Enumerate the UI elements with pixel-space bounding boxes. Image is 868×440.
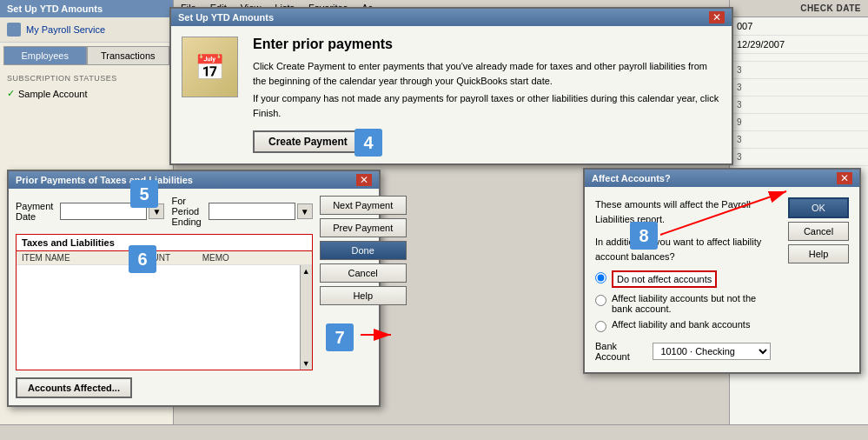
row-6: 3 xyxy=(730,97,868,114)
step-7-badge: 7 xyxy=(326,323,354,351)
option-affect-liability-label: Affect liability accounts but not the ba… xyxy=(612,293,771,314)
step-8-badge: 8 xyxy=(630,222,658,250)
affect-ok-button[interactable]: OK xyxy=(788,197,849,218)
bank-row: Bank Account 10100 · Checking xyxy=(595,341,771,362)
ytd-title-bar: Set Up YTD Amounts ✕ xyxy=(171,9,732,26)
affect-content: These amounts will affect the Payroll Li… xyxy=(585,187,859,372)
ytd-title: Set Up YTD Amounts xyxy=(178,12,274,23)
sidebar-service[interactable]: My Payroll Service xyxy=(0,17,173,43)
row-9: 3 xyxy=(730,149,868,166)
taxes-body-area: ▲ ▼ xyxy=(17,265,312,370)
affect-close-button[interactable]: ✕ xyxy=(837,172,852,184)
taxes-section: Taxes and Liabilities ITEM NAME AMOUNT M… xyxy=(16,234,313,370)
step-5-badge: 5 xyxy=(130,180,158,208)
period-ending-input[interactable] xyxy=(209,203,295,220)
radio-affect-liability[interactable] xyxy=(595,295,606,306)
prior-date-row: Payment Date ▼ For Period Ending ▼ xyxy=(16,196,313,227)
col-item-name: ITEM NAME xyxy=(22,253,133,263)
prior-title-bar: Prior Payments of Taxes and Liabilities … xyxy=(9,171,379,189)
step-6-badge: 6 xyxy=(129,245,156,273)
prior-close-button[interactable]: ✕ xyxy=(356,174,372,186)
radio-affect-bank[interactable] xyxy=(595,321,606,332)
affect-title: Affect Accounts? xyxy=(592,173,671,183)
row-4: 3 xyxy=(730,62,868,79)
affect-dialog-buttons: OK Cancel Help xyxy=(788,197,849,263)
tab-employees[interactable]: Employees xyxy=(3,46,87,65)
taxes-col-headers: ITEM NAME AMOUNT MEMO xyxy=(17,251,312,265)
check-date-row: 007 xyxy=(730,17,868,36)
for-period-label: For Period Ending xyxy=(171,196,201,227)
affect-options: Do not affect accounts Affect liability … xyxy=(595,270,771,332)
cancel-button[interactable]: Cancel xyxy=(320,263,407,283)
tab-transactions[interactable]: Transactions xyxy=(87,46,170,65)
option-do-not-affect: Do not affect accounts xyxy=(595,270,771,288)
option-affect-liability: Affect liability accounts but not the ba… xyxy=(595,293,771,314)
sidebar-tabs: Employees Transactions xyxy=(3,46,169,65)
radio-do-not-affect[interactable] xyxy=(595,272,606,283)
check-date-number: 007 xyxy=(737,21,752,31)
row-3 xyxy=(730,54,868,62)
prior-content: Payment Date ▼ For Period Ending ▼ Taxes… xyxy=(9,189,379,405)
affect-dialog: Affect Accounts? ✕ These amounts will af… xyxy=(583,168,861,374)
affect-help-button[interactable]: Help xyxy=(788,244,849,263)
option-affect-bank: Affect liability and bank accounts xyxy=(595,319,771,332)
taxes-header: Taxes and Liabilities xyxy=(17,235,312,251)
affect-cancel-button[interactable]: Cancel xyxy=(788,222,849,241)
scroll-up-arrow[interactable]: ▲ xyxy=(302,267,310,276)
scroll-down-arrow[interactable]: ▼ xyxy=(302,359,310,368)
sidebar-account-item: ✓ Sample Account xyxy=(0,84,173,103)
ytd-text-area: Enter prior payments Click Create Paymen… xyxy=(253,37,721,153)
affect-text1: These amounts will affect the Payroll Li… xyxy=(595,197,771,226)
status-bar xyxy=(0,424,868,440)
sidebar-section-title: SUBSCRIPTION STATUSES xyxy=(0,69,173,84)
done-button[interactable]: Done xyxy=(320,241,407,260)
ytd-paragraph2: If your company has not made any payment… xyxy=(253,91,721,120)
create-payment-button[interactable]: Create Payment xyxy=(253,130,363,153)
check-date-value-row: 12/29/2007 xyxy=(730,36,868,54)
option-affect-bank-label: Affect liability and bank accounts xyxy=(612,319,750,330)
taxes-body xyxy=(17,265,300,370)
service-icon xyxy=(7,23,21,37)
bank-account-label: Bank Account xyxy=(595,341,647,362)
col-memo: MEMO xyxy=(202,253,307,263)
accounts-affected-button[interactable]: Accounts Affected... xyxy=(16,377,132,398)
bank-account-select[interactable]: 10100 · Checking xyxy=(653,343,771,360)
ytd-icon-area: 📅 xyxy=(182,37,242,153)
option-do-not-affect-label: Do not affect accounts xyxy=(612,270,717,288)
check-date-header: CHECK DATE xyxy=(730,0,868,17)
calendar-icon: 📅 xyxy=(182,37,238,97)
ytd-close-button[interactable]: ✕ xyxy=(709,11,725,23)
taxes-scrollbar[interactable]: ▲ ▼ xyxy=(300,265,312,370)
row-5: 3 xyxy=(730,79,868,97)
check-icon: ✓ xyxy=(7,88,15,99)
ytd-dialog: Set Up YTD Amounts ✕ 📅 Enter prior payme… xyxy=(169,7,733,165)
period-ending-calendar-btn[interactable]: ▼ xyxy=(297,203,313,219)
step-4-badge: 4 xyxy=(354,129,382,157)
ytd-paragraph1: Click Create Payment to enter payments t… xyxy=(253,59,721,88)
affect-title-bar: Affect Accounts? ✕ xyxy=(585,170,859,187)
row-7: 9 xyxy=(730,114,868,131)
sidebar-service-label: My Payroll Service xyxy=(26,24,105,35)
ytd-heading: Enter prior payments xyxy=(253,37,721,52)
sidebar-account-label: Sample Account xyxy=(18,89,88,99)
row-8: 3 xyxy=(730,131,868,149)
ytd-content: 📅 Enter prior payments Click Create Paym… xyxy=(171,26,732,163)
side-buttons: Next Payment Prev Payment Done Cancel He… xyxy=(320,196,407,398)
prior-title: Prior Payments of Taxes and Liabilities xyxy=(16,175,193,185)
sidebar-title: Set Up YTD Amounts xyxy=(0,0,173,17)
period-ending-field: ▼ xyxy=(209,203,313,220)
check-date-value: 12/29/2007 xyxy=(737,39,785,50)
prev-payment-button[interactable]: Prev Payment xyxy=(320,218,407,237)
prior-dialog: Prior Payments of Taxes and Liabilities … xyxy=(7,170,381,407)
payment-date-label: Payment Date xyxy=(16,201,53,222)
prior-main-layout: Payment Date ▼ For Period Ending ▼ Taxes… xyxy=(16,196,372,398)
help-button[interactable]: Help xyxy=(320,286,407,305)
prior-left: Payment Date ▼ For Period Ending ▼ Taxes… xyxy=(16,196,313,398)
affect-text2: In addition do you want to affect liabil… xyxy=(595,235,771,263)
next-payment-button[interactable]: Next Payment xyxy=(320,196,407,215)
